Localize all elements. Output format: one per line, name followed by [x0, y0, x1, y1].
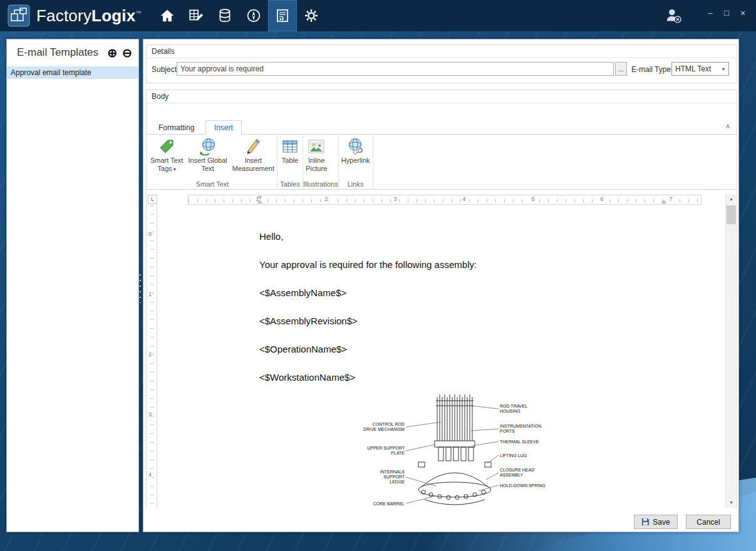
- sidebar: E-mail Templates ⊕ ⊖ Approval email temp…: [6, 39, 139, 532]
- minimize-button[interactable]: –: [703, 7, 717, 24]
- document-content: Hello, Your approval is required for the…: [157, 205, 726, 399]
- sidebar-title: E-mail Templates: [17, 46, 102, 59]
- nav-production-button[interactable]: [182, 0, 210, 31]
- ribbon-button-label: Insert Global: [188, 157, 227, 165]
- ribbon-button-label: Smart Text: [150, 157, 183, 165]
- document-image[interactable]: CONTROL ROD DRIVE MECHANISM UPPER SUPPOR…: [342, 392, 567, 508]
- close-button[interactable]: ×: [736, 7, 750, 24]
- document-template-icon: [274, 8, 291, 24]
- tab-insert[interactable]: Insert: [205, 120, 242, 135]
- ribbon-tabs: Formatting Insert ∧: [147, 120, 737, 135]
- left-indent-marker[interactable]: [257, 200, 262, 203]
- tag-icon: [157, 136, 177, 157]
- titlebar-right: – □ ×: [661, 0, 756, 31]
- ribbon-group-illustrations: Inline Picture Illustrations: [303, 135, 339, 189]
- pencil-icon: [243, 136, 263, 157]
- scroll-down-button[interactable]: ▼: [726, 498, 737, 508]
- document-editor[interactable]: Hello, Your approval is required for the…: [157, 205, 726, 508]
- main-panel: Details Subject ... E-mail Type HTML Tex…: [143, 39, 739, 532]
- ruler-strip: 1 2 3 4 5 6 7: [188, 195, 702, 205]
- save-button-label: Save: [653, 518, 670, 527]
- ribbon: Smart Text Tags▾ Insert Global Text: [147, 135, 737, 190]
- template-list: Approval email template: [7, 66, 138, 79]
- maximize-button[interactable]: □: [720, 7, 733, 24]
- diagram-label: THERMAL SLEEVE: [500, 440, 539, 444]
- insert-global-text-button[interactable]: Insert Global Text: [185, 135, 229, 173]
- body-groupbox: Body Formatting Insert ∧ Smart Text Tags…: [146, 90, 737, 508]
- ribbon-group-tables: Table Tables: [277, 135, 303, 189]
- right-indent-marker[interactable]: [661, 200, 666, 203]
- diagram-label: HOLD-DOWN SPRING: [500, 483, 546, 488]
- splitter-handle[interactable]: [138, 274, 142, 303]
- table-icon: [280, 136, 300, 157]
- scroll-up-button[interactable]: ▲: [726, 194, 737, 204]
- ribbon-button-label: Text: [201, 165, 214, 173]
- titlebar-nav: [153, 0, 326, 31]
- list-item-approval-template[interactable]: Approval email template: [7, 66, 138, 79]
- diagram-label: HOUSING: [500, 409, 520, 413]
- ruler-number: 2: [323, 196, 329, 202]
- app-title-bold: Logix: [91, 6, 135, 25]
- app-title: FactoryLogix™: [36, 6, 142, 26]
- trademark: ™: [135, 10, 141, 16]
- document-paragraph: <$WorkstationName$>: [259, 371, 726, 384]
- nav-navigation-button[interactable]: [239, 0, 268, 31]
- diagram-label: PORTS: [500, 429, 515, 433]
- nav-home-button[interactable]: [153, 0, 182, 31]
- ruler-number: 0: [148, 230, 152, 238]
- email-type-select[interactable]: HTML Text ▼: [671, 62, 729, 76]
- save-icon: [641, 518, 650, 526]
- ribbon-button-label: Tags: [158, 165, 172, 172]
- cancel-button[interactable]: Cancel: [686, 515, 731, 529]
- email-type-value: HTML Text: [672, 64, 718, 73]
- diagram-label: INSTRUMENTATION: [500, 424, 541, 428]
- ruler-ticks: [189, 199, 701, 202]
- subject-input[interactable]: [177, 62, 614, 76]
- ribbon-button-label: Measurement: [232, 165, 274, 173]
- insert-measurement-button[interactable]: Insert Measurement: [230, 135, 277, 173]
- ruler-number: 4: [461, 196, 467, 202]
- smart-text-tags-button[interactable]: Smart Text Tags▾: [148, 135, 185, 173]
- combo-arrow-icon: ▼: [718, 67, 728, 71]
- diagram-label: LIFTING LUG: [500, 453, 527, 458]
- ruler-corner[interactable]: L: [148, 195, 157, 204]
- hyperlink-button[interactable]: Hyperlink: [339, 135, 373, 165]
- nav-templates-button[interactable]: [268, 0, 297, 31]
- tab-formatting[interactable]: Formatting: [150, 121, 202, 134]
- group-caption-smart-text: Smart Text: [148, 180, 277, 189]
- ruler-number: 7: [668, 196, 673, 202]
- save-button[interactable]: Save: [634, 515, 678, 529]
- vertical-scrollbar[interactable]: ▲ ▼: [725, 194, 736, 508]
- inline-picture-button[interactable]: Inline Picture: [303, 135, 329, 173]
- compass-icon: [246, 8, 262, 24]
- email-type-label: E-mail Type: [631, 65, 671, 74]
- ribbon-button-label: Inline: [308, 157, 324, 165]
- details-row: Subject ... E-mail Type HTML Text ▼: [147, 58, 737, 83]
- clipboard-grid-icon: [188, 8, 204, 24]
- diagram-label: ASSEMBLY: [500, 473, 524, 477]
- browse-button[interactable]: ...: [615, 62, 627, 76]
- gear-icon: [303, 8, 319, 24]
- app-logo-icon: [8, 4, 30, 27]
- scroll-thumb[interactable]: [727, 205, 736, 224]
- ribbon-button-label: Insert: [245, 157, 262, 165]
- nav-data-button[interactable]: [210, 0, 239, 31]
- ruler-number: 3: [148, 411, 152, 418]
- document-paragraph: <$OperationName$>: [259, 343, 726, 356]
- document-paragraph: Hello,: [259, 230, 726, 243]
- remove-template-button[interactable]: ⊖: [122, 47, 132, 59]
- user-account-button[interactable]: [661, 0, 686, 31]
- vertical-ruler: 0 1 2 3 4: [147, 205, 157, 508]
- ruler-number: 3: [392, 196, 398, 202]
- ribbon-group-links: Hyperlink Links: [339, 135, 373, 189]
- ribbon-collapse-button[interactable]: ∧: [725, 122, 730, 130]
- document-paragraph: <$AssemblyName$>: [259, 287, 726, 299]
- details-title: Details: [147, 45, 737, 58]
- group-caption-links: Links: [339, 180, 373, 189]
- add-template-button[interactable]: ⊕: [107, 47, 117, 59]
- table-button[interactable]: Table: [277, 135, 303, 165]
- diagram-label: PLATE: [391, 451, 405, 455]
- dropdown-arrow-icon: ▾: [173, 167, 176, 172]
- nav-settings-button[interactable]: [297, 0, 326, 31]
- home-icon: [159, 8, 175, 24]
